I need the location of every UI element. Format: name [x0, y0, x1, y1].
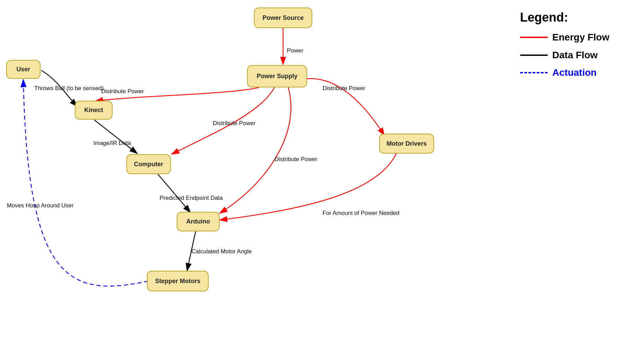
label-throws: Throws Ball (to be sensed) [34, 85, 104, 92]
label-image-ir: Image/IR Data [93, 140, 131, 147]
legend-data: Data Flow [520, 47, 609, 63]
label-distribute-1: Distribute Power [101, 88, 144, 95]
label-distribute-4: Distribute Power [323, 85, 365, 92]
node-user: User [6, 60, 40, 79]
label-foramount: For Amount of Power Needed [323, 210, 399, 217]
label-moves: Moves Hoop Around User [7, 202, 74, 209]
legend-data-line [520, 54, 548, 56]
legend-actuation-label: Actuation [552, 64, 597, 81]
legend: Legend: Energy Flow Data Flow Actuation [520, 7, 609, 82]
label-distribute-2: Distribute Power [213, 120, 256, 127]
node-power-supply: Power Supply [247, 65, 307, 87]
legend-data-label: Data Flow [552, 47, 598, 63]
legend-actuation: Actuation [520, 64, 609, 81]
legend-actuation-line [520, 72, 548, 73]
label-power: Power [287, 47, 303, 54]
node-arduino: Arduino [177, 212, 220, 231]
diagram-container: Power Source Power Supply User Kinect Co… [0, 0, 630, 364]
node-stepper-motors: Stepper Motors [147, 271, 209, 291]
label-calc: Calculated Motor Angle [191, 248, 252, 255]
node-kinect: Kinect [75, 101, 113, 120]
label-predicted: Predicted Endpoint Data [160, 195, 223, 202]
node-power-source: Power Source [254, 8, 312, 28]
legend-energy-line [520, 37, 548, 38]
svg-line-4 [94, 120, 137, 154]
node-computer: Computer [126, 154, 171, 174]
legend-title: Legend: [520, 7, 609, 28]
label-distribute-3: Distribute Power [275, 156, 317, 163]
node-motor-drivers: Motor Drivers [379, 134, 434, 154]
legend-energy: Energy Flow [520, 29, 609, 46]
svg-line-5 [158, 174, 190, 213]
legend-energy-label: Energy Flow [552, 29, 609, 46]
